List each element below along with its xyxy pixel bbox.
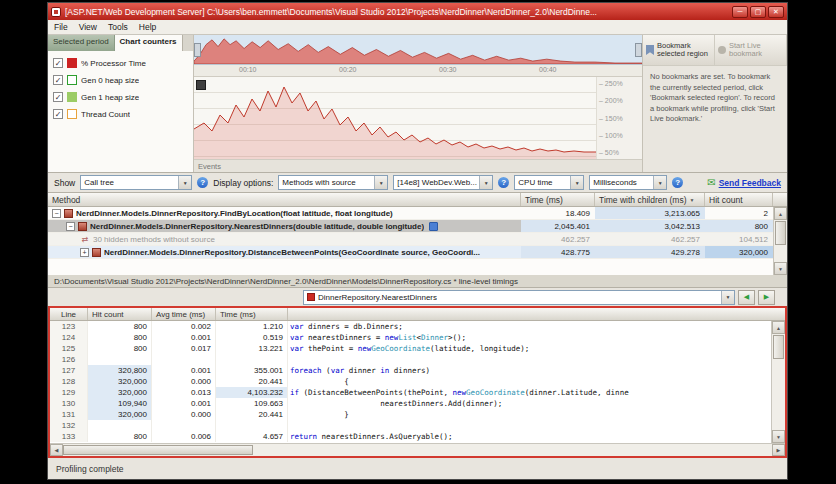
source-line[interactable]: 131320,0000.00020.441 } [50,409,771,420]
selection-handle-right[interactable] [635,43,642,57]
window-title: [ASP.NET/Web Development Server] C:\User… [65,7,728,17]
column-header-line-time[interactable]: Time (ms) [216,308,288,320]
method-filter-value: Methods with source [282,178,355,187]
method-row[interactable]: ⇄30 hidden methods without source462.257… [48,233,773,246]
method-grid-body: −NerdDinner.Models.DinnerRepository.Find… [48,207,787,275]
collapse-icon[interactable]: − [52,209,61,218]
method-row[interactable]: −NerdDinner.Models.DinnerRepository.Near… [48,220,773,233]
selection-handle-left[interactable] [194,43,201,57]
source-line[interactable]: 1338000.0064.657 return nearestDinners.A… [50,431,771,442]
column-header-avg-time[interactable]: Avg time (ms) [152,308,216,320]
method-row[interactable]: −NerdDinner.Models.DinnerRepository.Find… [48,207,773,220]
scroll-up-icon[interactable]: ▲ [774,207,787,220]
line-hit-count: 800 [88,321,152,332]
line-time: 4,103.232 [216,387,288,398]
column-header-method[interactable]: Method [48,193,521,206]
scroll-thumb[interactable] [775,221,786,245]
checkbox-checked-icon[interactable]: ✓ [53,92,63,102]
time-axis: 00:1000:2000:3000:40 [194,65,642,77]
maximize-button[interactable]: ▢ [750,6,766,18]
line-code: nearestDinners.Add(dinner); [288,398,771,409]
performance-chart[interactable] [194,77,596,159]
menu-help[interactable]: Help [139,22,156,32]
column-header-hit-count[interactable]: Hit count [705,193,773,206]
line-avg-time: 0.006 [152,431,216,442]
expand-icon[interactable]: + [80,248,89,257]
line-code: var nearestDinners = new List<Dinner>(); [288,332,771,343]
column-header-time-with-children[interactable]: Time with children (ms) ▼ [595,193,705,206]
line-code: foreach (var dinner in dinners) [288,365,771,376]
help-icon[interactable]: ? [197,177,208,188]
help-icon[interactable]: ? [672,177,683,188]
method-row[interactable]: +NerdDinner.Models.DinnerRepository.Dist… [48,246,773,259]
source-vertical-scrollbar[interactable]: ▲ ▼ [771,321,785,443]
nav-back-button[interactable]: ◀ [738,290,755,305]
source-body: 1238000.0021.210 var dinners = db.Dinner… [50,321,785,443]
events-row: Events [194,159,642,172]
scroll-thumb[interactable] [63,445,253,455]
y-axis-label: 150% [599,115,640,122]
show-select[interactable]: Call tree ▼ [80,175,192,190]
minimize-button[interactable]: ─ [732,6,748,18]
tab-selected-period[interactable]: Selected period [48,35,115,51]
scroll-thumb[interactable] [773,335,784,359]
menu-file[interactable]: File [54,22,68,32]
source-line[interactable]: 128320,0000.00020.441 { [50,376,771,387]
source-grid-header: Line Hit count Avg time (ms) Time (ms) [50,308,785,321]
status-text: Profiling complete [56,464,124,474]
source-line[interactable]: 129320,0000.0134,103.232 if (DistanceBet… [50,387,771,398]
method-selector[interactable]: DinnerRepository.NearestDinners ▼ [303,290,735,305]
source-line[interactable]: 130109,9400.001109.663 nearestDinners.Ad… [50,398,771,409]
source-line[interactable]: 1258000.01713.221 var thePoint = new Geo… [50,343,771,354]
method-grid-scrollbar[interactable]: ▲ ▼ [773,207,787,275]
start-live-bookmark-button[interactable]: Start Live bookmark [715,35,787,65]
column-header-line-hit-count[interactable]: Hit count [88,308,152,320]
timeline-overview[interactable] [194,35,642,65]
time-cell: 18.409 [521,207,595,219]
process-select[interactable]: [14e8] WebDev.Web... ▼ [393,175,493,190]
hit-count-cell: 320,000 [705,246,773,258]
column-header-time[interactable]: Time (ms) [521,193,595,206]
scroll-track[interactable] [253,444,772,456]
menu-tools[interactable]: Tools [108,22,128,32]
scroll-right-icon[interactable]: ▶ [772,444,785,456]
scroll-down-icon[interactable]: ▼ [772,430,785,443]
scroll-up-icon[interactable]: ▲ [772,321,785,334]
counter-label: Gen 0 heap size [81,76,139,85]
source-line[interactable]: 1238000.0021.210 var dinners = db.Dinner… [50,321,771,332]
checkbox-checked-icon[interactable]: ✓ [53,109,63,119]
event-marker[interactable] [196,80,206,90]
source-line[interactable]: 126 [50,354,771,365]
menu-view[interactable]: View [79,22,97,32]
column-header-line[interactable]: Line [50,308,88,320]
scroll-down-icon[interactable]: ▼ [774,262,787,275]
checkbox-checked-icon[interactable]: ✓ [53,75,63,85]
method-filter-select[interactable]: Methods with source ▼ [278,175,388,190]
nav-forward-button[interactable]: ▶ [758,290,775,305]
time-type-select[interactable]: CPU time ▼ [514,175,584,190]
send-feedback-link[interactable]: Send Feedback [719,178,781,188]
close-button[interactable]: ✕ [768,6,784,18]
green-right-arrow-icon: ▶ [764,293,769,301]
counter-color-swatch [67,109,77,119]
results-toolbar: Show Call tree ▼ ? Display options: Meth… [48,173,787,193]
scroll-left-icon[interactable]: ◀ [50,444,63,456]
bookmark-region-button[interactable]: Bookmark selected region [643,35,715,65]
checkbox-checked-icon[interactable]: ✓ [53,58,63,68]
method-icon [78,222,87,231]
source-horizontal-scrollbar[interactable]: ◀ ▶ [50,443,785,456]
scroll-track[interactable] [772,360,785,430]
line-hit-count: 800 [88,343,152,354]
time-with-children-label: Time with children (ms) [599,195,687,205]
units-select[interactable]: Milliseconds ▼ [589,175,667,190]
scroll-track[interactable] [774,246,787,262]
source-line[interactable]: 132 [50,420,771,431]
source-line[interactable]: 1248000.0010.519 var nearestDinners = ne… [50,332,771,343]
line-time: 1.210 [216,321,288,332]
tab-chart-counters[interactable]: Chart counters [115,35,183,51]
line-avg-time: 0.000 [152,409,216,420]
source-line[interactable]: 127320,8000.001355.001 foreach (var dinn… [50,365,771,376]
collapse-icon[interactable]: − [66,222,75,231]
help-icon[interactable]: ? [498,177,509,188]
source-lines: 1238000.0021.210 var dinners = db.Dinner… [50,321,771,443]
